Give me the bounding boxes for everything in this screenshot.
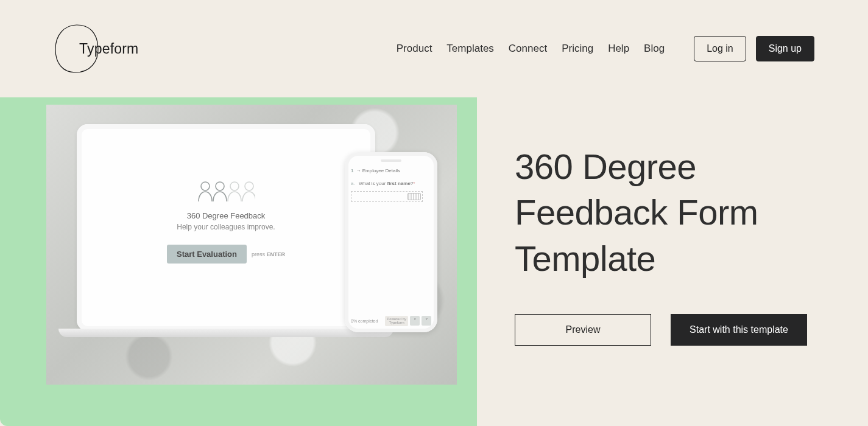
arrow-right-icon: → — [356, 168, 361, 173]
auth-buttons: Log in Sign up — [694, 36, 814, 61]
demo-laptop-title: 360 Degree Feedback — [187, 211, 266, 220]
nav-up-icon: ˄ — [410, 316, 420, 326]
nav-link-product[interactable]: Product — [397, 43, 432, 55]
login-button[interactable]: Log in — [694, 36, 746, 61]
demo-section-label: Employee Details — [362, 168, 400, 173]
demo-powered-line1: Powered by — [387, 317, 406, 321]
demo-question-before: What is your — [359, 181, 387, 186]
people-group-icon — [197, 180, 255, 203]
demo-question-bold: first name — [387, 181, 411, 186]
demo-laptop-subtitle: Help your colleagues improve. — [177, 223, 275, 231]
page-title: 360 Degree Feedback Form Template — [515, 144, 807, 281]
demo-powered-badge: Powered by Typeform — [385, 316, 408, 326]
demo-phone-footer: 0% completed Powered by Typeform ˄ ˅ — [351, 316, 431, 326]
nav-link-blog[interactable]: Blog — [644, 43, 665, 55]
hero-section: 360 Degree Feedback Help your colleagues… — [0, 97, 868, 426]
demo-section-number: 1 — [351, 168, 353, 173]
keyboard-icon — [408, 193, 421, 200]
site-header: Typeform Product Templates Connect Prici… — [0, 0, 868, 97]
svg-point-1 — [216, 182, 224, 190]
template-preview-image: 360 Degree Feedback Help your colleagues… — [46, 105, 457, 385]
demo-phone-question: a. What is your first name?* — [351, 181, 431, 186]
nav-down-icon: ˅ — [422, 316, 431, 326]
svg-point-3 — [245, 182, 253, 190]
demo-question-bullet: a. — [351, 181, 355, 186]
phone-device-mock: 1→ Employee Details a. What is your firs… — [345, 152, 437, 332]
svg-point-2 — [230, 182, 239, 190]
demo-phone-input — [351, 191, 423, 202]
demo-hint-key: ENTER — [266, 251, 285, 257]
nav-link-templates[interactable]: Templates — [446, 43, 493, 55]
demo-phone-section: 1→ Employee Details — [351, 168, 431, 173]
demo-powered-line2: Typeform — [387, 321, 406, 325]
preview-button[interactable]: Preview — [515, 314, 651, 346]
nav-link-connect[interactable]: Connect — [509, 43, 547, 55]
demo-progress-text: 0% completed — [351, 319, 378, 323]
nav-link-help[interactable]: Help — [608, 43, 629, 55]
brand-logo[interactable]: Typeform — [54, 24, 138, 74]
demo-hint-prefix: press — [252, 251, 265, 257]
demo-required-marker: * — [413, 181, 415, 186]
phone-speaker — [381, 159, 401, 162]
primary-nav: Product Templates Connect Pricing Help B… — [397, 43, 665, 55]
signup-button[interactable]: Sign up — [756, 36, 814, 61]
nav-link-pricing[interactable]: Pricing — [562, 43, 593, 55]
demo-start-evaluation-button: Start Evaluation — [167, 245, 247, 264]
laptop-base — [58, 329, 393, 337]
hero-content: 360 Degree Feedback Form Template Previe… — [477, 97, 868, 426]
start-template-button[interactable]: Start with this template — [671, 314, 807, 346]
brand-name: Typeform — [79, 41, 138, 57]
cta-row: Preview Start with this template — [515, 314, 807, 346]
nav-right: Product Templates Connect Pricing Help B… — [397, 36, 814, 61]
svg-point-0 — [201, 182, 210, 190]
laptop-device-mock: 360 Degree Feedback Help your colleagues… — [77, 124, 375, 331]
hero-illustration-panel: 360 Degree Feedback Help your colleagues… — [0, 97, 477, 426]
demo-press-enter-hint: press ENTER — [252, 251, 285, 257]
